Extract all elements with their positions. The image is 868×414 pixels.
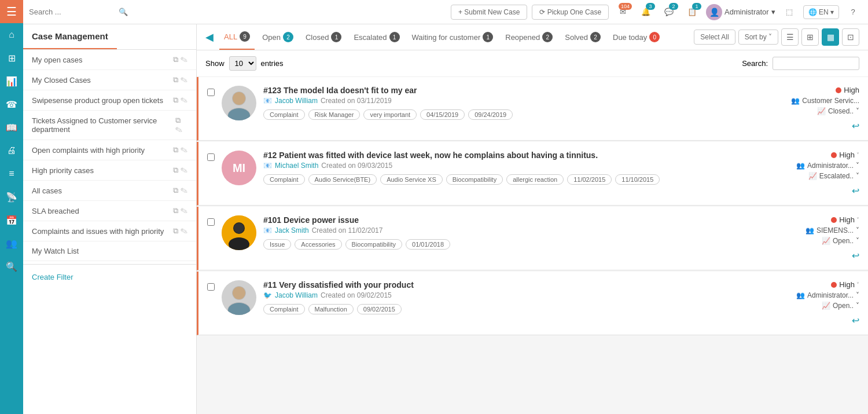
tab-reopened[interactable]: Reopened 2 (501, 25, 557, 49)
filter-separator (23, 264, 196, 265)
tag-0-3[interactable]: 04/15/2019 (420, 109, 465, 120)
case-avatar-3 (222, 280, 256, 315)
tag-1-1[interactable]: Audio Service(BTE) (308, 174, 377, 185)
help-icon[interactable]: ? (844, 3, 862, 21)
case-search-input[interactable] (773, 57, 859, 70)
case-checkbox-0[interactable] (207, 89, 215, 96)
tab-all[interactable]: ALL 9 (219, 24, 255, 50)
tag-3-2[interactable]: 09/02/2015 (357, 304, 402, 314)
view-list-icon[interactable]: ☰ (781, 28, 799, 46)
create-filter-button[interactable]: Create Filter (23, 268, 196, 287)
entries-select[interactable]: 10 25 50 (229, 56, 256, 71)
email-notifications-icon[interactable]: ✉ 104 (613, 3, 632, 21)
print-icon[interactable]: 🖨 (0, 139, 23, 162)
view-columns-icon[interactable]: ⊞ (801, 28, 819, 46)
tag-1-4[interactable]: allergic reaction (506, 174, 564, 185)
tab-waiting-badge: 1 (483, 32, 493, 42)
reply-icon-0[interactable]: ↩ (852, 120, 859, 131)
filter-high-priority[interactable]: High priority cases ⧉ ✎ (23, 160, 196, 181)
tag-1-5[interactable]: 11/02/2015 (567, 174, 612, 185)
case-tags-2: Issue Accessories Biocompatibility 01/01… (263, 239, 760, 250)
priority-dot-3 (831, 282, 837, 288)
sidebar: ☰ ⌂ ⊞ 📊 ☎ 📖 🖨 ≡ 📡 📅 👥 🔍 (0, 0, 23, 414)
tab-waiting[interactable]: Waiting for customer 1 (407, 25, 498, 49)
tab-escalated[interactable]: Escalated 1 (349, 25, 404, 49)
case-checkbox-3[interactable] (207, 283, 215, 291)
list-icon[interactable]: ≡ (0, 162, 23, 185)
tag-2-3[interactable]: 01/01/2018 (406, 239, 450, 250)
tab-due-today[interactable]: Due today 0 (608, 25, 664, 49)
tab-open[interactable]: Open 2 (258, 25, 298, 49)
filter-sla-breached[interactable]: SLA breached ⧉ ✎ (23, 201, 196, 221)
phone-icon[interactable]: ☎ (0, 93, 23, 116)
select-all-button[interactable]: Select All (694, 30, 735, 45)
chat-badge: 2 (669, 3, 678, 10)
book-icon[interactable]: 📖 (0, 116, 23, 139)
chat-icon[interactable]: 💬 2 (660, 3, 678, 21)
filter-swipesense[interactable]: Swipesense product group open tickets ⧉ … (23, 90, 196, 111)
logout-icon[interactable]: ⬚ (780, 3, 799, 21)
tag-1-6[interactable]: 11/10/2015 (615, 174, 660, 185)
tag-1-0[interactable]: Complaint (263, 174, 305, 185)
case-title-1: #12 Patient was fitted with device last … (263, 151, 760, 160)
home-icon[interactable]: ⌂ (0, 23, 23, 46)
tag-3-0[interactable]: Complaint (263, 304, 305, 314)
filter-my-closed-cases[interactable]: My Closed Cases ⧉ ✎ (23, 70, 196, 90)
search-input[interactable] (29, 8, 116, 16)
back-button[interactable]: ◀ (205, 31, 214, 43)
chart-icon[interactable]: 📊 (0, 69, 23, 93)
tag-0-0[interactable]: Complaint (263, 109, 305, 120)
task-icon[interactable]: 📋 1 (683, 3, 701, 21)
tag-1-3[interactable]: Biocompatibility (446, 174, 503, 185)
task-badge: 1 (692, 3, 701, 10)
search-icon-side[interactable]: 🔍 (0, 255, 23, 278)
tag-0-2[interactable]: very important (363, 109, 417, 120)
reply-icon-2[interactable]: ↩ (852, 250, 859, 261)
tag-3-1[interactable]: Malfunction (308, 304, 354, 314)
tag-2-0[interactable]: Issue (263, 239, 291, 250)
tag-1-2[interactable]: Audio Service XS (380, 174, 443, 185)
calendar-icon[interactable]: 📅 (0, 208, 23, 232)
tab-closed[interactable]: Closed 1 (301, 25, 346, 49)
status-icon-1: 📈 (808, 172, 817, 180)
filter-all-cases[interactable]: All cases ⧉ ✎ (23, 181, 196, 201)
avatar-js-2 (222, 215, 256, 250)
users-icon[interactable]: 👥 (0, 232, 23, 255)
language-button[interactable]: 🌐 EN ▾ (803, 5, 839, 19)
view-export-icon[interactable]: ⊡ (842, 28, 859, 46)
tab-solved[interactable]: Solved 2 (560, 25, 605, 49)
filter-open-complaints[interactable]: Open complaints with high priority ⧉ ✎ (23, 140, 196, 160)
admin-menu[interactable]: 👤 Administrator ▾ (706, 4, 775, 20)
filter-my-open-cases[interactable]: My open cases ⧉ ✎ (23, 50, 196, 70)
reply-icon-1[interactable]: ↩ (852, 185, 859, 196)
tab-all-badge: 9 (240, 31, 250, 42)
show-bar: Show 10 25 50 entries Search: (197, 50, 868, 77)
submit-new-case-button[interactable]: + Submit New Case (451, 5, 527, 20)
case-checkbox-2[interactable] (207, 218, 215, 226)
bell-icon[interactable]: 🔔 3 (637, 3, 655, 21)
svg-point-7 (234, 223, 244, 233)
rss-icon[interactable]: 📡 (0, 185, 23, 208)
view-cards-icon[interactable]: ▦ (822, 28, 839, 46)
pickup-one-case-button[interactable]: ⟳ Pickup One Case (532, 5, 609, 20)
tag-2-2[interactable]: Biocompatibility (345, 239, 402, 250)
tag-0-1[interactable]: Risk Manager (308, 109, 361, 120)
filter-watch-list[interactable]: My Watch List (23, 241, 196, 261)
assignee-2: 👥 SIEMENS... ˅ (806, 226, 859, 235)
tag-2-1[interactable]: Accessories (295, 239, 341, 250)
filter-tickets-assigned[interactable]: Tickets Assigned to Customer service dep… (23, 111, 196, 140)
tab-escalated-badge: 1 (389, 32, 400, 42)
sort-button[interactable]: Sort by ˅ (738, 30, 778, 45)
case-checkbox-1[interactable] (207, 153, 215, 161)
admin-chevron-icon: ▾ (771, 8, 775, 16)
menu-icon[interactable]: ☰ (0, 0, 23, 23)
reply-icon-3[interactable]: ↩ (852, 315, 859, 326)
filter-complaints-issues[interactable]: Complaints and issues with high priority… (23, 221, 196, 241)
admin-name: Administrator (724, 8, 769, 16)
case-tags-0: Complaint Risk Manager very important 04… (263, 109, 760, 120)
avatar-placeholder-3 (222, 280, 256, 315)
dashboard-icon[interactable]: ⊞ (0, 46, 23, 69)
case-card-2: #101 Device power issue 📧 Jack Smith Cre… (197, 207, 868, 270)
tag-0-4[interactable]: 09/24/2019 (468, 109, 513, 120)
main-area: 🔍 + Submit New Case ⟳ Pickup One Case ✉ … (23, 0, 868, 414)
